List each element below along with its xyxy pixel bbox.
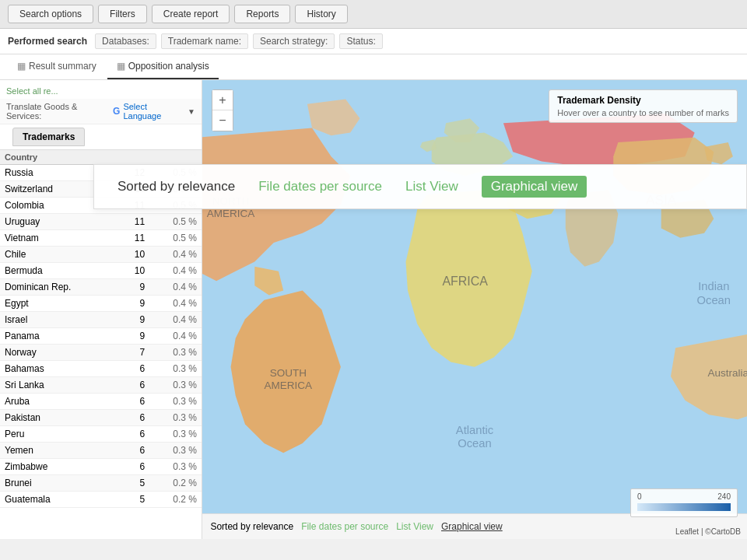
table-row[interactable]: Vietnam 11 0.5 % bbox=[0, 230, 202, 247]
country-cell: Pakistan bbox=[0, 410, 118, 426]
count-cell: 6 bbox=[118, 443, 149, 459]
zoom-in-button[interactable]: + bbox=[212, 90, 233, 110]
count-cell: 9 bbox=[118, 328, 149, 345]
count-cell: 5 bbox=[118, 475, 149, 492]
count-cell: 10 bbox=[118, 263, 149, 279]
tab-result-summary[interactable]: ▦ Result summary bbox=[8, 54, 106, 79]
zoom-out-button[interactable]: − bbox=[212, 110, 233, 131]
history-button[interactable]: History bbox=[295, 5, 347, 23]
bottom-list-view-button[interactable]: List View bbox=[396, 521, 433, 532]
pct-cell: 0.3 % bbox=[149, 410, 202, 426]
col-pct bbox=[149, 150, 202, 165]
table-row[interactable]: Norway 7 0.3 % bbox=[0, 345, 202, 361]
map-controls: + − bbox=[212, 89, 233, 131]
table-row[interactable]: Uruguay 11 0.5 % bbox=[0, 214, 202, 230]
count-cell: 7 bbox=[118, 345, 149, 361]
search-options-button[interactable]: Search options bbox=[8, 5, 93, 23]
table-row[interactable]: Guatemala 5 0.2 % bbox=[0, 492, 202, 508]
filters-button[interactable]: Filters bbox=[98, 5, 147, 23]
trademarks-tab[interactable]: Trademarks bbox=[12, 128, 85, 146]
country-cell: Peru bbox=[0, 426, 118, 443]
select-all-link[interactable]: Select all re... bbox=[6, 86, 58, 96]
svg-text:Ocean: Ocean bbox=[458, 437, 491, 450]
legend-min: 0 bbox=[637, 492, 642, 501]
country-cell: Brunei bbox=[0, 475, 118, 492]
table-row[interactable]: Peru 6 0.3 % bbox=[0, 426, 202, 443]
pct-cell: 0.3 % bbox=[149, 459, 202, 475]
sidebar-header: Select all re... Translate Goods & Servi… bbox=[0, 80, 202, 150]
search-strategy-field: Search strategy: bbox=[253, 33, 335, 49]
svg-text:AMERICA: AMERICA bbox=[265, 380, 313, 391]
table-row[interactable]: Sri Lanka 6 0.3 % bbox=[0, 377, 202, 394]
count-cell: 9 bbox=[118, 279, 149, 296]
country-cell: Aruba bbox=[0, 394, 118, 410]
google-icon: G bbox=[113, 106, 120, 117]
main-content: Select all re... Translate Goods & Servi… bbox=[0, 80, 747, 539]
table-row[interactable]: Bermuda 10 0.4 % bbox=[0, 263, 202, 279]
count-cell: 11 bbox=[118, 230, 149, 247]
table-row[interactable]: Egypt 9 0.4 % bbox=[0, 296, 202, 312]
table-row[interactable]: Dominican Rep. 9 0.4 % bbox=[0, 279, 202, 296]
bottom-file-dates-button[interactable]: File dates per source bbox=[301, 521, 388, 532]
legend-bar: 0 240 bbox=[630, 488, 738, 517]
country-cell: Egypt bbox=[0, 296, 118, 312]
table-row[interactable]: Aruba 6 0.3 % bbox=[0, 394, 202, 410]
databases-field: Databases: bbox=[95, 33, 156, 49]
legend-max: 240 bbox=[717, 492, 731, 501]
reports-button[interactable]: Reports bbox=[234, 5, 290, 23]
country-cell: Chile bbox=[0, 247, 118, 263]
table-row[interactable]: Pakistan 6 0.3 % bbox=[0, 410, 202, 426]
tabs-row: ▦ Result summary ▦ Opposition analysis bbox=[0, 54, 747, 80]
bottom-sorted-label: Sorted by relevance bbox=[210, 521, 293, 532]
table-row[interactable]: Brunei 5 0.2 % bbox=[0, 475, 202, 492]
trademark-name-field: Trademark name: bbox=[161, 33, 248, 49]
svg-text:Atlantic: Atlantic bbox=[456, 424, 493, 436]
country-cell: Dominican Rep. bbox=[0, 279, 118, 296]
count-cell: 6 bbox=[118, 377, 149, 394]
toolbar: Search options Filters Create report Rep… bbox=[0, 0, 747, 29]
country-cell: Zimbabwe bbox=[0, 459, 118, 475]
translate-label: Translate Goods & Services: bbox=[6, 102, 110, 121]
pct-cell: 0.4 % bbox=[149, 279, 202, 296]
col-country: Country bbox=[0, 150, 118, 165]
table-row[interactable]: Israel 9 0.4 % bbox=[0, 312, 202, 328]
count-cell: 6 bbox=[118, 394, 149, 410]
country-cell: Panama bbox=[0, 328, 118, 345]
select-language-label[interactable]: Select Language bbox=[123, 102, 184, 121]
sidebar: Select all re... Translate Goods & Servi… bbox=[0, 80, 202, 539]
svg-text:AFRICA: AFRICA bbox=[442, 275, 488, 288]
svg-text:Indian: Indian bbox=[698, 280, 729, 292]
table-row[interactable]: Chile 10 0.4 % bbox=[0, 247, 202, 263]
country-cell: Uruguay bbox=[0, 214, 118, 230]
count-cell: 6 bbox=[118, 361, 149, 377]
pct-cell: 0.3 % bbox=[149, 361, 202, 377]
svg-text:AMERICA: AMERICA bbox=[207, 208, 255, 219]
country-cell: Bermuda bbox=[0, 263, 118, 279]
table-row[interactable]: Yemen 6 0.3 % bbox=[0, 443, 202, 459]
svg-text:Ocean: Ocean bbox=[697, 294, 731, 306]
country-cell: Israel bbox=[0, 312, 118, 328]
create-report-button[interactable]: Create report bbox=[152, 5, 230, 23]
file-dates-sort-button[interactable]: File dates per source bbox=[258, 179, 382, 194]
list-view-sort-button[interactable]: List View bbox=[405, 179, 458, 194]
pct-cell: 0.3 % bbox=[149, 443, 202, 459]
table-row[interactable]: Bahamas 6 0.3 % bbox=[0, 361, 202, 377]
table-row[interactable]: Zimbabwe 6 0.3 % bbox=[0, 459, 202, 475]
status-field: Status: bbox=[339, 33, 382, 49]
table-row[interactable]: Panama 9 0.4 % bbox=[0, 328, 202, 345]
search-bar: Performed search Databases: Trademark na… bbox=[0, 29, 747, 54]
tab-opposition-analysis[interactable]: ▦ Opposition analysis bbox=[107, 54, 219, 79]
graphical-view-sort-button[interactable]: Graphical view bbox=[482, 176, 587, 198]
pct-cell: 0.2 % bbox=[149, 492, 202, 508]
map-container[interactable]: + − Trademark Density Hover over a count… bbox=[202, 80, 747, 539]
pct-cell: 0.4 % bbox=[149, 328, 202, 345]
count-cell: 6 bbox=[118, 410, 149, 426]
col-count bbox=[118, 150, 149, 165]
performed-search-label: Performed search bbox=[8, 36, 87, 47]
pct-cell: 0.4 % bbox=[149, 247, 202, 263]
legend-gradient bbox=[637, 503, 731, 511]
pct-cell: 0.3 % bbox=[149, 426, 202, 443]
pct-cell: 0.3 % bbox=[149, 377, 202, 394]
bottom-graphical-view-button[interactable]: Graphical view bbox=[441, 521, 503, 532]
sorted-by-relevance-label: Sorted by relevance bbox=[117, 179, 235, 194]
